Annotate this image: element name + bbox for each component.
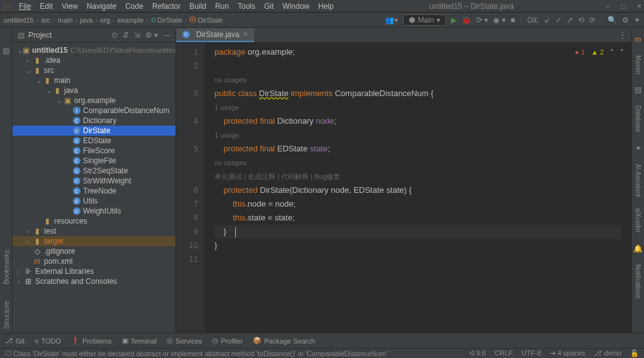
tree-item-edstate[interactable]: CEDState xyxy=(13,136,175,146)
menu-help[interactable]: Help xyxy=(314,1,338,12)
minimize-button[interactable]: – xyxy=(606,2,610,11)
git-update-icon[interactable]: ↙ xyxy=(544,16,550,24)
maximize-button[interactable]: □ xyxy=(621,2,626,11)
tree-item-weightutils[interactable]: CWeightUtils xyxy=(13,206,175,216)
tree-root[interactable]: ⌄▣ untitled15C:\Users\EDY\IdeaProjects\u… xyxy=(13,45,175,55)
tree-item-java[interactable]: ⌄▮java xyxy=(13,85,175,95)
tree-item-dictionary[interactable]: CDictionary xyxy=(13,116,175,126)
tree-item-treenode[interactable]: CTreeNode xyxy=(13,186,175,196)
package-search-tab[interactable]: 📦 Package Search xyxy=(253,337,315,345)
git-push-icon[interactable]: ↗ xyxy=(567,16,573,24)
tree-item-org.example[interactable]: ⌄▣org.example xyxy=(13,95,175,106)
project-tree[interactable]: ⌄▣ untitled15C:\Users\EDY\IdeaProjects\u… xyxy=(13,43,175,333)
crumb-project[interactable]: untitled15 xyxy=(4,16,34,24)
structure-tab[interactable]: Structure xyxy=(3,297,10,333)
git-rollback-icon[interactable]: ⟳ xyxy=(589,16,596,24)
stop-button[interactable]: ■ xyxy=(511,16,515,24)
tree-item-src[interactable]: ⌄▮src xyxy=(13,65,175,75)
tree-item-target[interactable]: ›▮target xyxy=(13,236,175,246)
todo-tool-tab[interactable]: ≡ TODO xyxy=(35,337,61,345)
add-user-icon[interactable]: 👥▾ xyxy=(385,16,398,24)
menu-build[interactable]: Build xyxy=(186,1,210,12)
git-history-icon[interactable]: ⟲ xyxy=(578,16,584,24)
maven-tab[interactable]: Maven xyxy=(635,53,641,77)
tree-item-.gitignore[interactable]: ◇.gitignore xyxy=(13,246,175,256)
git-branch[interactable]: ⎇ demo xyxy=(594,349,621,357)
bookmarks-tab[interactable]: Bookmarks xyxy=(3,246,10,288)
menu-run[interactable]: Run xyxy=(211,1,233,12)
menu-file[interactable]: File xyxy=(15,1,35,12)
tree-item-strwithweight[interactable]: CStrWithWeight xyxy=(13,176,175,186)
database-icon[interactable]: ▤ xyxy=(635,83,641,97)
tab-overflow-icon[interactable]: ⋮ xyxy=(619,31,626,40)
code-editor[interactable]: 1 2 3 4 5 6 7 8 9 10 11 ● 1 ▲ 2 ˄ ˅ pack xyxy=(176,43,631,333)
menu-window[interactable]: Window xyxy=(279,1,313,12)
editor-tab-dirstate[interactable]: C DirState.java × xyxy=(176,28,254,42)
menu-tools[interactable]: Tools xyxy=(234,1,259,12)
tree-item-main[interactable]: ⌄▮main xyxy=(13,75,175,85)
profiler-tool-tab[interactable]: ◷ Profiler xyxy=(212,337,243,345)
error-badge[interactable]: ● 1 xyxy=(575,45,585,59)
indent-setting[interactable]: ⇥ 4 spaces xyxy=(550,349,585,357)
tree-item-resources[interactable]: ▮resources xyxy=(13,216,175,226)
select-opened-icon[interactable]: ⊙ xyxy=(111,31,118,40)
terminal-tool-tab[interactable]: ▣ Terminal xyxy=(122,337,157,345)
encoding[interactable]: UTF-8 xyxy=(521,349,541,357)
hide-panel-icon[interactable]: — xyxy=(163,31,170,40)
menu-git[interactable]: Git xyxy=(260,1,277,12)
tree-item-filescore[interactable]: CFileScore xyxy=(13,146,175,156)
menu-edit[interactable]: Edit xyxy=(36,1,57,12)
breadcrumb[interactable]: untitled15› src› main› java› org› exampl… xyxy=(4,15,223,24)
menu-code[interactable]: Code xyxy=(121,1,147,12)
bell-icon[interactable]: 🔔 xyxy=(633,242,643,256)
menu-refactor[interactable]: Refactor xyxy=(148,1,184,12)
editor-inspection-badges[interactable]: ● 1 ▲ 2 ˄ ˅ xyxy=(575,45,624,59)
chevron-up-icon[interactable]: ˄ xyxy=(610,45,614,59)
run-config-select[interactable]: ⬢ Main ▾ xyxy=(403,14,446,26)
tree-item-.idea[interactable]: ›▮.idea xyxy=(13,55,175,65)
close-button[interactable]: × xyxy=(637,2,641,11)
maven-icon[interactable]: m xyxy=(635,33,641,46)
ai-assistant-icon[interactable]: ✦ xyxy=(635,141,641,155)
project-toggle-icon[interactable]: ▥ xyxy=(3,46,9,55)
git-tool-tab[interactable]: ⎇ Git xyxy=(5,337,25,345)
problems-tool-tab[interactable]: ❗ Problems xyxy=(71,337,111,345)
tree-item-str2seqstate[interactable]: CStr2SeqState xyxy=(13,166,175,176)
tree-item-pom.xml[interactable]: mpom.xml xyxy=(13,256,175,266)
crumb-main[interactable]: main xyxy=(58,16,73,24)
tree-item-dirstate[interactable]: CDirState xyxy=(13,126,175,136)
crumb-file[interactable]: DirState xyxy=(157,16,182,24)
menu-view[interactable]: View xyxy=(58,1,82,12)
search-icon[interactable]: 🔍 xyxy=(608,16,617,24)
database-tab[interactable]: Database xyxy=(635,103,641,135)
git-commit-icon[interactable]: ✓ xyxy=(555,16,562,24)
settings-icon[interactable]: ⚙ xyxy=(622,16,629,24)
chevron-down-icon[interactable]: ˅ xyxy=(620,45,624,59)
aixcoder-tab[interactable]: aiXcoder xyxy=(635,205,641,235)
crumb-method[interactable]: DirState xyxy=(197,16,223,24)
project-view-icon[interactable]: ▤ xyxy=(18,31,25,40)
debug-button[interactable]: 🐞 xyxy=(462,16,471,24)
status-icon[interactable]: ☐ xyxy=(5,349,11,357)
crumb-java[interactable]: java xyxy=(80,16,92,24)
coverage-button[interactable]: ⟳ ▾ xyxy=(476,16,488,24)
ai-icon[interactable]: ✦ xyxy=(634,16,640,24)
services-tool-tab[interactable]: ◎ Services xyxy=(167,337,202,345)
tree-item-singlefile[interactable]: CSingleFile xyxy=(13,156,175,166)
gear-icon[interactable]: ⚙ ▾ xyxy=(145,31,158,40)
scratches-consoles[interactable]: ›⊞Scratches and Consoles xyxy=(13,276,175,286)
crumb-src[interactable]: src xyxy=(41,16,50,24)
menu-navigate[interactable]: Navigate xyxy=(83,1,120,12)
collapse-all-icon[interactable]: ⇲ xyxy=(134,31,140,40)
profile-button[interactable]: ◉ ▾ xyxy=(493,16,505,24)
notifications-tab[interactable]: Notifications xyxy=(635,262,641,301)
ai-hints[interactable]: 单元测试 | 生成注释 | 代码解释 | Bug修复 xyxy=(214,173,340,180)
crumb-example[interactable]: example xyxy=(118,16,144,24)
external-libraries[interactable]: ›⊪External Libraries xyxy=(13,266,175,276)
line-separator[interactable]: CRLF xyxy=(494,349,513,357)
crumb-org[interactable]: org xyxy=(100,16,110,24)
close-tab-icon[interactable]: × xyxy=(243,30,248,39)
lock-icon[interactable]: 🔓 xyxy=(630,349,639,357)
tree-item-comparabledistancenum[interactable]: IComparableDistanceNum xyxy=(13,106,175,116)
cursor-position[interactable]: ᐊ 9:6 xyxy=(469,349,486,357)
